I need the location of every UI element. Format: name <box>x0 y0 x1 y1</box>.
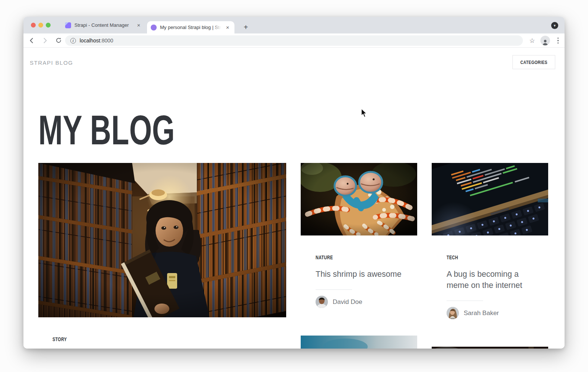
strapi-favicon-icon <box>65 22 71 28</box>
tab-my-blog[interactable]: My personal Strapi blog | Strap × <box>147 21 234 33</box>
post-title[interactable]: This shrimp is awesome <box>316 269 402 280</box>
zoom-window-button[interactable] <box>46 23 51 28</box>
nature-post-image[interactable] <box>301 163 417 235</box>
posts-grid: STORY <box>38 163 548 349</box>
reload-icon[interactable] <box>53 35 64 46</box>
next-post-image-ocean[interactable] <box>301 336 417 349</box>
tab-search-button[interactable]: ▼ <box>551 22 558 29</box>
post-author: Sarah Baker <box>447 307 533 319</box>
author-avatar-sarah <box>447 307 459 319</box>
post-category[interactable]: NATURE <box>316 254 402 261</box>
close-tab-icon[interactable]: × <box>224 24 231 31</box>
post-category[interactable]: TECH <box>447 254 533 261</box>
post-title[interactable]: A bug is becoming a meme on the internet <box>447 269 533 291</box>
bookmark-star-icon[interactable]: ☆ <box>529 37 535 45</box>
url-text: localhost:8000 <box>80 38 113 44</box>
post-category[interactable]: STORY <box>52 336 286 343</box>
minimize-window-button[interactable] <box>38 23 43 28</box>
new-tab-button[interactable]: + <box>240 21 252 33</box>
tab-strip: Strapi - Content Manager × My personal S… <box>23 17 565 33</box>
author-avatar-david <box>316 296 328 308</box>
next-post-image-pizza[interactable] <box>432 347 548 349</box>
author-name[interactable]: David Doe <box>333 298 362 306</box>
featured-post[interactable]: STORY <box>38 163 286 349</box>
address-bar[interactable]: i localhost:8000 <box>65 35 523 46</box>
browser-window: Strapi - Content Manager × My personal S… <box>23 17 565 349</box>
page-info-icon[interactable]: i <box>70 38 76 44</box>
post-author: David Doe <box>316 296 402 308</box>
divider <box>447 301 483 301</box>
tab-strapi-content-manager[interactable]: Strapi - Content Manager × <box>61 17 146 33</box>
back-icon[interactable] <box>26 35 37 46</box>
window-controls <box>31 23 51 28</box>
mouse-cursor <box>361 108 369 118</box>
divider <box>316 289 352 290</box>
author-name[interactable]: Sarah Baker <box>464 310 499 317</box>
categories-button[interactable]: CATEGORIES <box>512 55 555 69</box>
close-tab-icon[interactable]: × <box>135 22 142 28</box>
browser-menu-icon[interactable] <box>555 38 561 44</box>
page-title: MY BLOG <box>38 109 233 151</box>
tech-post[interactable]: TECH A bug is becoming a meme on the int… <box>432 163 548 349</box>
tab-title: My personal Strapi blog | Strap <box>160 25 221 30</box>
blog-page: STRAPI BLOG CATEGORIES MY BLOG <box>23 48 565 349</box>
tech-post-image[interactable] <box>432 163 548 235</box>
browser-toolbar: i localhost:8000 ☆ <box>23 33 565 48</box>
nature-post[interactable]: NATURE This shrimp is awesome <box>301 163 417 349</box>
forward-icon[interactable] <box>40 35 50 46</box>
blog-favicon-icon <box>151 25 157 31</box>
featured-post-image[interactable] <box>38 163 286 317</box>
site-brand[interactable]: STRAPI BLOG <box>30 60 73 66</box>
tab-title: Strapi - Content Manager <box>74 22 132 28</box>
profile-avatar-icon[interactable] <box>540 36 550 45</box>
close-window-button[interactable] <box>31 23 36 28</box>
